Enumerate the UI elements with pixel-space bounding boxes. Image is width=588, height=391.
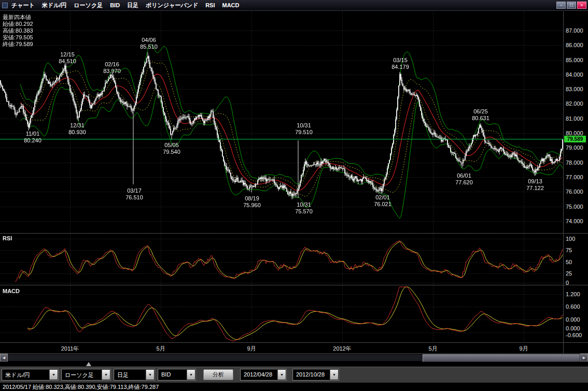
chevron-down-icon[interactable]: ▼ [330, 370, 338, 380]
window-title: チャート米ドル/円ローソク足BID日足ボリンジャーバンドRSIMACD [11, 2, 247, 9]
price-side-select[interactable]: BID ▼ [158, 369, 195, 380]
window-title-segment: 米ドル/円 [42, 2, 67, 9]
time-axis-label: 5月 [156, 345, 165, 353]
rsi-axis-tick: 25 [566, 270, 572, 277]
price-side-select-value: BID [159, 370, 187, 380]
chart-type-select[interactable]: ローソク足 ▼ [62, 369, 110, 380]
window-title-segment: ボリンジャーバンド [146, 2, 198, 9]
chevron-down-icon[interactable]: ▼ [277, 370, 286, 380]
time-axis-label: 9月 [247, 345, 256, 353]
analyze-button[interactable]: 分析 [203, 369, 233, 380]
chevron-down-icon[interactable]: ▼ [187, 370, 195, 380]
close-button[interactable]: × [577, 2, 586, 9]
price-chart-canvas[interactable] [0, 11, 563, 233]
current-price-badge: 79.589 [564, 136, 586, 142]
time-axis-label: 5月 [428, 345, 437, 353]
window-title-segment: MACD [222, 2, 240, 8]
price-axis-tick: 75.000 [566, 204, 583, 210]
window-controls: － □ × [556, 2, 586, 9]
macd-axis-tick: 0.000 [566, 316, 580, 323]
titlebar: チャート米ドル/円ローソク足BID日足ボリンジャーバンドRSIMACD － □ … [0, 0, 588, 11]
status-text: 2012/05/17 始値:80.323,高値:80.390,安値:79.113… [3, 384, 159, 390]
app-icon [2, 3, 8, 8]
horizontal-scrollbar[interactable]: ◀ ▶ [0, 354, 588, 361]
price-axis-tick: 85.000 [566, 57, 583, 63]
scroll-right-button[interactable]: ▶ [580, 354, 588, 361]
price-axis-tick: 77.000 [566, 174, 583, 180]
window-title-segment: ローソク足 [74, 2, 103, 9]
date-to-select[interactable]: 2012/10/28 ▼ [293, 369, 339, 380]
chevron-down-icon[interactable]: ▼ [49, 370, 58, 380]
macd-axis-tick: -0.600 [566, 332, 582, 338]
date-from-value: 2012/04/28 [241, 370, 277, 380]
rsi-axis-tick: 75 [566, 247, 572, 253]
pair-select[interactable]: 米ドル/円 ▼ [2, 369, 58, 380]
price-axis-tick: 83.000 [566, 86, 583, 92]
rsi-chart-canvas[interactable] [0, 234, 563, 285]
timeframe-select-value: 日足 [115, 370, 146, 380]
position-marker-icon[interactable] [86, 362, 91, 366]
rsi-axis-tick: 50 [566, 259, 572, 265]
minimize-button[interactable]: － [556, 2, 566, 9]
window-title-segment: BID [110, 2, 120, 8]
scrollbar-thumb[interactable] [423, 354, 580, 362]
timeframe-select[interactable]: 日足 ▼ [114, 369, 155, 380]
time-axis-label: 2011年 [61, 345, 79, 353]
status-bar: 2012/05/17 始値:80.323,高値:80.390,安値:79.113… [0, 382, 588, 391]
panel-divider [0, 233, 588, 234]
price-axis-tick: 79.000 [566, 144, 583, 151]
chevron-down-icon[interactable]: ▼ [102, 370, 110, 380]
window-title-segment: チャート [11, 2, 35, 9]
panel-divider [0, 285, 588, 285]
price-axis-tick: 74.000 [566, 218, 583, 224]
macd-axis-tick: 0.000 [566, 325, 580, 331]
bottom-toolbar: 米ドル/円 ▼ ローソク足 ▼ 日足 ▼ BID ▼ 分析 2012/04/28… [0, 367, 588, 382]
price-axis-tick: 76.000 [566, 189, 583, 195]
rsi-axis-tick: 100 [566, 236, 575, 242]
macd-axis-tick: 0.600 [566, 303, 580, 310]
time-axis-label: 9月 [519, 345, 528, 353]
price-axis-tick: 86.000 [566, 42, 583, 48]
date-to-value: 2012/10/28 [293, 370, 330, 380]
panel-divider [0, 342, 588, 343]
price-axis-tick: 84.000 [566, 71, 583, 78]
price-axis-tick: 81.000 [566, 115, 583, 122]
chart-type-select-value: ローソク足 [62, 370, 102, 380]
chevron-down-icon[interactable]: ▼ [146, 370, 154, 380]
scrollbar-track[interactable] [8, 354, 580, 361]
price-axis-tick: 78.000 [566, 160, 583, 166]
window-title-segment: 日足 [127, 2, 138, 9]
price-axis-tick: 82.000 [566, 100, 583, 107]
macd-axis-tick: 1.200 [566, 291, 580, 297]
date-from-select[interactable]: 2012/04/28 ▼ [241, 369, 286, 380]
scroll-left-button[interactable]: ◀ [0, 354, 8, 361]
axis-divider [563, 11, 564, 353]
macd-chart-canvas[interactable] [0, 285, 563, 342]
time-axis-label: 2012年 [333, 345, 351, 353]
maximize-button[interactable]: □ [567, 2, 576, 9]
window-title-segment: RSI [205, 2, 215, 8]
app-window: チャート米ドル/円ローソク足BID日足ボリンジャーバンドRSIMACD － □ … [0, 0, 588, 391]
price-axis-tick: 87.000 [566, 27, 583, 34]
pair-select-value: 米ドル/円 [3, 370, 49, 380]
